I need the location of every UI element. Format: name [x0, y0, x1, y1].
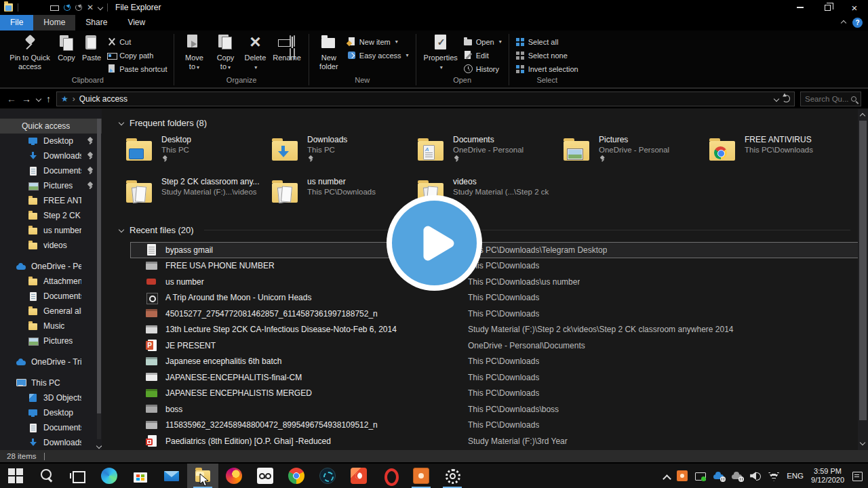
file-row[interactable]: boss This PC\Downloads\boss — [130, 401, 868, 418]
computer[interactable]: This PC — [0, 375, 102, 390]
rename-icon[interactable] — [50, 5, 59, 11]
history-button[interactable]: History — [464, 64, 502, 74]
file-row[interactable]: 115835962_322458948800472_89954967549381… — [130, 418, 868, 434]
settings-app[interactable] — [437, 464, 468, 488]
close-button[interactable]: × — [841, 0, 868, 15]
pin-to-quick-access-button[interactable]: Pin to Quick access — [5, 33, 54, 72]
collapse-section-icon[interactable] — [119, 227, 124, 232]
recent-files-header[interactable]: Recent files (20) — [119, 223, 868, 237]
file-row[interactable]: JAPANESE-ENCEPHALITIS-final-CM This PC\D… — [130, 369, 868, 386]
minimize-button[interactable] — [787, 0, 814, 15]
taskbar-search-button[interactable] — [31, 464, 62, 488]
wifi-icon[interactable] — [768, 472, 779, 481]
search-input[interactable] — [805, 95, 848, 103]
clock[interactable]: 3:59 PM 9/12/2020 — [811, 467, 844, 485]
main-scrollbar-thumb[interactable] — [859, 121, 867, 420]
scroll-up-icon[interactable] — [860, 113, 865, 119]
folder[interactable]: Attachments — [0, 274, 102, 289]
select-none-button[interactable]: Select none — [516, 50, 578, 60]
tab-home[interactable]: Home — [33, 15, 75, 30]
open-button[interactable]: Open▾ — [464, 37, 502, 47]
3d-cube[interactable]: 3D Objects — [0, 390, 102, 405]
folder-tile[interactable]: us number This PC\Downloads — [271, 176, 417, 208]
folder-tile[interactable]: Documents OneDrive - Personal — [417, 134, 563, 166]
file-row[interactable]: 45015277_2754772081462857_61145873619971… — [130, 306, 868, 322]
frequent-folders-header[interactable]: Frequent folders (8) — [119, 116, 868, 129]
onedrive-sync-paused-icon[interactable] — [713, 470, 724, 481]
mail-app[interactable] — [156, 464, 187, 488]
play-icon[interactable] — [392, 201, 477, 285]
sidebar-scrollbar[interactable] — [97, 119, 101, 439]
redo-icon[interactable] — [75, 4, 82, 11]
microsoft-store-app[interactable] — [125, 464, 156, 488]
file-row[interactable]: JE PRESENT OneDrive - Personal\Documents — [130, 338, 868, 354]
address-dropdown-icon[interactable] — [774, 96, 779, 101]
tray-expand-chevron-icon[interactable] — [663, 473, 669, 479]
language-indicator[interactable]: ENG — [787, 472, 804, 480]
help-button[interactable]: ? — [852, 18, 863, 28]
recent-locations-chevron-icon[interactable] — [36, 96, 41, 101]
video-play-overlay[interactable] — [387, 195, 482, 291]
back-button[interactable]: ← — [7, 94, 16, 104]
task-view-button[interactable] — [62, 464, 94, 488]
refresh-icon[interactable] — [783, 95, 790, 102]
tab-view[interactable]: View — [117, 15, 155, 30]
easy-access-button[interactable]: Easy access▾ — [347, 50, 409, 60]
search-icon[interactable] — [851, 96, 856, 102]
action-center-icon[interactable] — [852, 470, 863, 481]
properties-button[interactable]: Properties▾ — [420, 33, 461, 72]
folder-tile[interactable]: Step 2 CK classroom any... Study Materia… — [125, 176, 271, 208]
copy-to-button[interactable]: Copy to▾ — [210, 33, 241, 72]
screen-recorder-app[interactable] — [406, 464, 437, 488]
document[interactable]: Documents — [0, 420, 102, 435]
folder[interactable]: Step 2 CK classroom — [0, 208, 102, 223]
invert-selection-button[interactable]: Invert selection — [516, 64, 578, 74]
dark-circle-app[interactable] — [312, 464, 343, 488]
file-row[interactable]: A Trip Around the Moon - Unicorn Heads T… — [130, 290, 868, 306]
display-tray-icon[interactable] — [695, 470, 706, 481]
main-scrollbar[interactable] — [858, 109, 868, 450]
edit-button[interactable]: Edit — [464, 50, 502, 60]
collapse-section-icon[interactable] — [119, 120, 124, 125]
select-all-button[interactable]: Select all — [516, 37, 578, 47]
start-button[interactable] — [0, 464, 31, 488]
search-box[interactable] — [800, 92, 861, 106]
onedrive-cloud[interactable]: OneDrive - Tribhuv — [0, 354, 102, 369]
sidebar-scrollbar-thumb[interactable] — [97, 119, 101, 413]
rename-button[interactable]: Rename — [269, 33, 304, 63]
move-to-button[interactable]: Move to▾ — [178, 33, 210, 72]
folder-tile[interactable]: Pictures OneDrive - Personal — [563, 134, 709, 166]
up-button[interactable]: ↑ — [46, 94, 51, 104]
paste-shortcut-button[interactable]: Paste shortcut — [107, 64, 167, 74]
file-row[interactable]: JAPANESE ENCEPHALISTIS MERGED This PC\Do… — [130, 386, 868, 402]
onedrive-gray-paused-icon[interactable] — [732, 470, 743, 481]
new-item-button[interactable]: New item▾ — [347, 37, 409, 47]
folder[interactable]: General all — [0, 304, 102, 319]
folder-tile[interactable]: FREE ANTIVIRUS This PC\Downloads — [709, 134, 854, 166]
file-row[interactable]: 13th Lecture Step 2CK CA-Infectious Dise… — [130, 322, 868, 338]
desktop[interactable]: Desktop — [0, 134, 102, 148]
address-box[interactable]: ★ › Quick access — [56, 92, 795, 106]
new-folder-button[interactable]: New folder — [313, 33, 344, 72]
restore-button[interactable] — [814, 0, 841, 15]
cut-button[interactable]: Cut — [107, 37, 167, 47]
file-row[interactable]: Japanese encephalitis 6th batch This PC\… — [130, 354, 868, 370]
office-app[interactable] — [343, 464, 374, 488]
customize-toolbar-chevron-icon[interactable] — [98, 5, 103, 10]
scroll-down-icon[interactable] — [860, 440, 865, 445]
download-arrow[interactable]: Downloads — [0, 435, 102, 450]
file-row[interactable]: Paediatrics (8th Edition) [O.P. Ghai] -R… — [130, 433, 868, 449]
file-row[interactable]: us number This PC\Downloads\us number — [130, 274, 868, 290]
onedrive-cloud[interactable]: OneDrive - Personal — [0, 259, 102, 274]
chrome-app[interactable] — [281, 464, 312, 488]
folder[interactable]: videos — [0, 238, 102, 253]
delete-icon[interactable]: ✕ — [87, 3, 94, 12]
glasses-app[interactable] — [250, 464, 281, 488]
paste-button[interactable]: Paste — [79, 33, 104, 63]
document[interactable]: Documents — [0, 289, 102, 304]
firefox-app[interactable] — [218, 464, 250, 488]
folder-tile[interactable]: Desktop This PC — [125, 134, 271, 166]
folder[interactable]: us number — [0, 223, 102, 238]
undo-icon[interactable] — [64, 4, 71, 11]
collapse-ribbon-icon[interactable] — [841, 20, 846, 25]
